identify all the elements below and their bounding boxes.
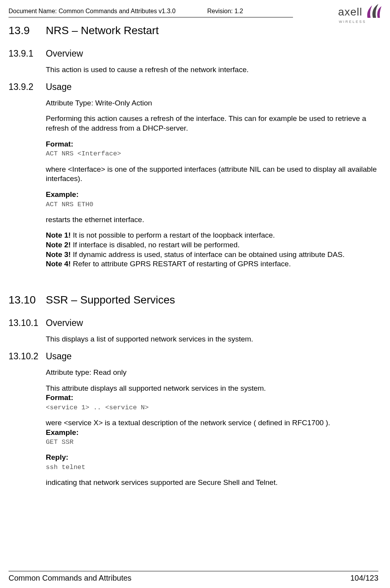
subsection-number: 13.10.1 xyxy=(9,318,46,328)
reply-label: Reply: xyxy=(46,453,378,462)
subsection-title: Usage xyxy=(46,351,71,362)
note-1: Note 1! It is not possible to perform a … xyxy=(46,231,378,240)
header-divider xyxy=(9,17,293,17)
logo-swoosh-icon xyxy=(365,2,382,21)
revision: Revision: 1.2 xyxy=(207,8,293,15)
reply-code: ssh telnet xyxy=(46,463,378,472)
subsection-number: 13.10.2 xyxy=(9,351,46,362)
attribute-type: Attribute type: Read only xyxy=(46,368,378,378)
body-text: Performing this action causes a refresh … xyxy=(46,114,378,133)
format-label: Format: xyxy=(46,393,378,403)
body-text: This action is used to cause a refresh o… xyxy=(46,65,378,75)
page-number: 104/123 xyxy=(350,574,378,583)
section-title: NRS – Network Restart xyxy=(46,24,159,37)
footer-divider xyxy=(9,571,378,571)
subsection-number: 13.9.1 xyxy=(9,48,46,59)
note-4: Note 4! Refer to attribute GPRS RESTART … xyxy=(46,259,378,269)
example-code: ACT NRS ETH0 xyxy=(46,200,378,209)
note-3: Note 3! If dynamic address is used, stat… xyxy=(46,250,378,260)
format-code: ACT NRS <Interface> xyxy=(46,150,378,158)
example-label: Example: xyxy=(46,190,378,200)
section-number: 13.9 xyxy=(9,24,46,37)
body-text: This attribute displays all supported ne… xyxy=(46,384,378,393)
note-2: Note 2! If interface is disabled, no res… xyxy=(46,240,378,250)
section-number: 13.10 xyxy=(9,294,46,306)
document-name: Document Name: Common Commands and Attri… xyxy=(9,8,207,15)
logo-text: axell xyxy=(338,6,362,18)
subsection-title: Overview xyxy=(46,318,83,328)
attribute-type: Attribute Type: Write-Only Action xyxy=(46,98,378,108)
subsection-number: 13.9.2 xyxy=(9,82,46,92)
logo: axell WIRELESS xyxy=(338,2,382,24)
example-code: GET SSR xyxy=(46,438,378,447)
body-text: This displays a list of supported networ… xyxy=(46,335,378,344)
format-label: Format: xyxy=(46,140,378,149)
footer-title: Common Commands and Attributes xyxy=(9,574,132,583)
section-title: SSR – Supported Services xyxy=(46,294,175,306)
subsection-title: Overview xyxy=(46,48,83,59)
body-text: restarts the ethernet interface. xyxy=(46,215,378,225)
example-label: Example: xyxy=(46,428,378,438)
body-text: were <service X> is a textual descriptio… xyxy=(46,418,378,428)
subsection-title: Usage xyxy=(46,82,71,92)
body-text: where <Interface> is one of the supporte… xyxy=(46,165,378,184)
body-text: indicating that network services support… xyxy=(46,478,378,488)
format-code: <service 1> .. <service N> xyxy=(46,403,378,412)
